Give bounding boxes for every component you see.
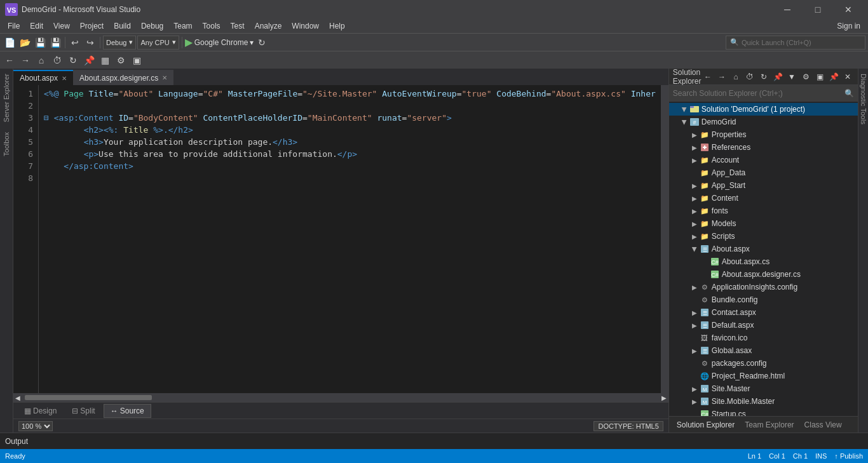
run-button[interactable]: ▶ Google Chrome ▾ <box>185 36 254 48</box>
menu-project[interactable]: Project <box>75 20 109 32</box>
se-refresh-btn[interactable]: ↻ <box>757 70 770 83</box>
se-filter-btn[interactable]: ▼ <box>785 70 798 83</box>
menu-view[interactable]: View <box>48 20 75 32</box>
se-search-input[interactable] <box>673 89 842 98</box>
timer-btn[interactable]: ⏱ <box>50 53 64 67</box>
tree-packages-config[interactable]: ⚙ packages.config <box>669 357 858 370</box>
se-timer-btn[interactable]: ⏱ <box>743 70 756 83</box>
sign-in-link[interactable]: Sign in <box>832 20 865 32</box>
tree-app-start[interactable]: ▶ 📁 App_Start <box>669 179 858 192</box>
horizontal-scrollbar[interactable]: ◀ ▶ <box>13 393 668 402</box>
se-tab-solution-explorer[interactable]: Solution Explorer <box>672 419 740 431</box>
status-publish[interactable]: ↑ Publish <box>834 452 863 460</box>
menu-tools[interactable]: Tools <box>198 20 226 32</box>
menu-edit[interactable]: Edit <box>25 20 48 32</box>
tree-global-asax[interactable]: ▶ ☰ Global.asax <box>669 344 858 357</box>
scroll-right-btn[interactable]: ▶ <box>660 393 668 402</box>
se-search-bar[interactable]: 🔍 <box>669 85 858 102</box>
panel-btn[interactable]: ▣ <box>130 53 144 67</box>
se-tab-team-explorer[interactable]: Team Explorer <box>740 419 799 431</box>
tree-about-aspx[interactable]: ▶ ☰ About.aspx <box>669 243 858 255</box>
window-controls[interactable]: ─ □ ✕ <box>773 0 863 19</box>
save-all-btn[interactable]: 💾 <box>48 36 62 50</box>
tree-app-data[interactable]: 📁 App_Data <box>669 166 858 179</box>
forward-btn[interactable]: → <box>18 53 32 67</box>
platform-dropdown[interactable]: Any CPU ▾ <box>137 36 179 50</box>
tree-models[interactable]: ▶ 📁 Models <box>669 217 858 230</box>
scrollbar-track[interactable] <box>25 395 657 400</box>
menu-test[interactable]: Test <box>226 20 250 32</box>
se-forward-btn[interactable]: → <box>715 70 728 83</box>
new-project-btn[interactable]: 📄 <box>3 36 17 50</box>
tree-content[interactable]: ▶ 📁 Content <box>669 192 858 205</box>
tree-site-master[interactable]: ▶ M Site.Master <box>669 382 858 395</box>
menu-debug[interactable]: Debug <box>136 20 168 32</box>
menu-window[interactable]: Window <box>287 20 324 32</box>
diagnostic-tools-label[interactable]: Diagnostic Tools <box>858 69 869 130</box>
tree-about-cs[interactable]: C# About.aspx.cs <box>669 255 858 268</box>
tree-readme-html[interactable]: 🌐 Project_Readme.html <box>669 370 858 382</box>
toolbox-tab[interactable]: Toolbox <box>0 127 13 161</box>
refresh-btn[interactable]: ↻ <box>255 36 269 50</box>
menu-analyze[interactable]: Analyze <box>250 20 287 32</box>
menu-build[interactable]: Build <box>109 20 136 32</box>
se-view-btn[interactable]: ▣ <box>813 70 826 83</box>
tree-contact-aspx[interactable]: ▶ ☰ Contact.aspx <box>669 306 858 319</box>
tab-about-aspx[interactable]: About.aspx ✕ <box>13 70 73 85</box>
settings-btn[interactable]: ⚙ <box>114 53 128 67</box>
run-dropdown-icon[interactable]: ▾ <box>250 38 254 47</box>
design-tab[interactable]: ▦ Design <box>17 404 64 418</box>
tree-appinsights-config[interactable]: ▶ ⚙ ApplicationInsights.config <box>669 281 858 293</box>
minimize-button[interactable]: ─ <box>773 0 802 19</box>
code-editor[interactable]: <%@ Page Title="About" Language="C#" Mas… <box>39 85 661 393</box>
grid-btn[interactable]: ▦ <box>98 53 112 67</box>
tree-references[interactable]: ▶ References <box>669 141 858 154</box>
open-btn[interactable]: 📂 <box>18 36 32 50</box>
tree-scripts[interactable]: ▶ 📁 Scripts <box>669 230 858 243</box>
tree-bundle-config[interactable]: ⚙ Bundle.config <box>669 293 858 306</box>
se-home-btn[interactable]: ⌂ <box>729 70 742 83</box>
menu-help[interactable]: Help <box>324 20 350 32</box>
tree-startup-cs[interactable]: C# Startup.cs <box>669 408 858 416</box>
zoom-dropdown[interactable]: 100 % 75 % 150 % <box>18 421 53 431</box>
tab-about-designer[interactable]: About.aspx.designer.cs ✕ <box>73 70 173 85</box>
redo-btn[interactable]: ↪ <box>83 36 97 50</box>
undo-btn[interactable]: ↩ <box>68 36 82 50</box>
back-btn[interactable]: ← <box>3 53 17 67</box>
tree-site-mobile-master[interactable]: ▶ M Site.Mobile.Master <box>669 395 858 408</box>
tree-account[interactable]: ▶ 📁 Account <box>669 154 858 166</box>
se-tab-class-view[interactable]: Class View <box>799 419 847 431</box>
tab-designer-close[interactable]: ✕ <box>162 74 167 81</box>
source-tab[interactable]: ↔ Source <box>104 404 151 418</box>
tree-favicon[interactable]: 🖼 favicon.ico <box>669 332 858 344</box>
quick-launch-box[interactable]: 🔍 <box>726 36 865 50</box>
tab-aspx-close[interactable]: ✕ <box>62 75 67 82</box>
menu-team[interactable]: Team <box>168 20 197 32</box>
solution-root[interactable]: ▶ Solution 'DemoGrid' (1 project) <box>669 103 858 116</box>
refresh2-btn[interactable]: ↻ <box>66 53 80 67</box>
server-explorer-tab[interactable]: Server Explorer <box>0 69 13 127</box>
maximize-button[interactable]: □ <box>803 0 832 19</box>
debug-config-dropdown[interactable]: Debug ▾ <box>103 36 136 50</box>
close-button[interactable]: ✕ <box>834 0 863 19</box>
save-btn[interactable]: 💾 <box>33 36 47 50</box>
se-settings-btn[interactable]: ⚙ <box>799 70 812 83</box>
scrollbar-thumb[interactable] <box>25 395 152 400</box>
tree-properties[interactable]: ▶ 📁 Properties <box>669 128 858 141</box>
menu-file[interactable]: File <box>3 20 25 32</box>
vertical-scrollbar[interactable] <box>661 85 668 393</box>
home-btn[interactable]: ⌂ <box>34 53 48 67</box>
project-demogrid[interactable]: ▶ # DemoGrid <box>669 116 858 128</box>
se-pin2-btn[interactable]: 📌 <box>827 70 840 83</box>
tree-about-designer-cs[interactable]: C# About.aspx.designer.cs <box>669 268 858 281</box>
tree-fonts[interactable]: ▶ 📁 fonts <box>669 205 858 217</box>
se-close-btn[interactable]: ✕ <box>841 70 854 83</box>
properties-arrow: ▶ <box>689 131 700 138</box>
split-tab[interactable]: ⊟ Split <box>65 404 102 418</box>
quick-launch-input[interactable] <box>742 39 861 46</box>
scroll-left-btn[interactable]: ◀ <box>13 393 22 402</box>
tree-default-aspx[interactable]: ▶ ☰ Default.aspx <box>669 319 858 332</box>
pin-btn[interactable]: 📌 <box>82 53 96 67</box>
se-pin-btn[interactable]: 📌 <box>771 70 784 83</box>
se-back-btn[interactable]: ← <box>702 70 714 83</box>
